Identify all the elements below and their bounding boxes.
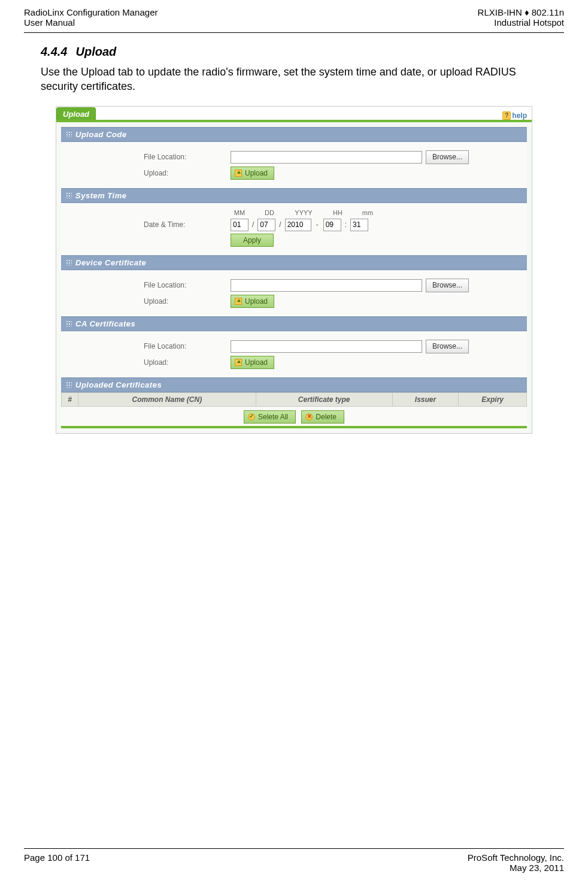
upload-screenshot: Upload ? help Upload Code File Location:… — [56, 106, 532, 434]
apply-button[interactable]: Apply — [231, 234, 274, 247]
cert-action-row: Selete All Delete — [61, 407, 527, 426]
upload-icon — [235, 298, 242, 305]
screenshot-body: Upload Code File Location: Browse... Upl… — [56, 122, 532, 433]
product-model: RLXIB-IHN ♦ 802.11n — [478, 7, 564, 17]
file-location-input[interactable] — [231, 279, 422, 292]
panel-body-ca-cert: File Location: Browse... Upload: Upload — [61, 331, 527, 377]
section-heading: 4.4.4Upload — [41, 45, 547, 59]
col-num: # — [62, 392, 78, 406]
label-file-location: File Location: — [66, 153, 231, 161]
upload-button-label: Upload — [245, 358, 268, 367]
browse-button[interactable]: Browse... — [426, 279, 469, 292]
row-file-location: File Location: Browse... — [66, 150, 522, 164]
col-yyyy: YYYY — [290, 209, 317, 216]
doc-title: RadioLinx Configuration Manager — [24, 7, 157, 17]
grip-icon — [66, 259, 72, 265]
delete-label: Delete — [316, 413, 337, 421]
delete-button[interactable]: Delete — [301, 410, 344, 424]
page-content: 4.4.4Upload Use the Upload tab to update… — [0, 45, 588, 434]
row-upload: Upload: Upload — [66, 167, 522, 180]
input-year[interactable] — [285, 219, 311, 231]
header-rule — [24, 32, 564, 33]
input-month[interactable] — [231, 219, 248, 231]
file-location-input[interactable] — [231, 340, 422, 353]
col-dd: DD — [260, 209, 278, 216]
label-datetime: Date & Time: — [66, 220, 231, 229]
label-file-location: File Location: — [66, 281, 231, 289]
grip-icon — [66, 131, 72, 137]
input-hour[interactable] — [323, 219, 341, 231]
browse-button[interactable]: Browse... — [426, 340, 469, 353]
page-header: RadioLinx Configuration Manager User Man… — [0, 0, 588, 31]
file-location-input[interactable] — [231, 151, 422, 164]
datetime-column-heads: MM DD YYYY HH mm — [231, 209, 522, 216]
upload-button[interactable]: Upload — [231, 356, 274, 369]
datetime-inputs: / / - : — [231, 219, 368, 231]
row-datetime: Date & Time: / / - : — [66, 219, 522, 231]
footer-rule — [24, 848, 564, 849]
footer-company: ProSoft Technology, Inc. — [468, 852, 564, 863]
header-left: RadioLinx Configuration Manager User Man… — [24, 7, 157, 28]
label-upload: Upload: — [66, 297, 231, 306]
upload-icon — [235, 170, 242, 177]
grip-icon — [66, 382, 72, 388]
row-file-location: File Location: Browse... — [66, 340, 522, 353]
panel-title: System Time — [75, 191, 126, 200]
upload-button-label: Upload — [245, 169, 268, 177]
col-mn: mm — [359, 209, 377, 216]
header-right: RLXIB-IHN ♦ 802.11n Industrial Hotspot — [478, 7, 564, 28]
label-upload: Upload: — [66, 169, 231, 177]
footer-row: Page 100 of 171 ProSoft Technology, Inc.… — [24, 852, 564, 873]
input-day[interactable] — [257, 219, 275, 231]
page-footer: Page 100 of 171 ProSoft Technology, Inc.… — [24, 848, 564, 873]
upload-button[interactable]: Upload — [231, 167, 274, 180]
col-type: Certificate type — [256, 392, 392, 406]
col-cn: Common Name (CN) — [78, 392, 256, 406]
grip-icon — [66, 320, 72, 326]
grip-icon — [66, 192, 72, 198]
footer-right: ProSoft Technology, Inc. May 23, 2011 — [468, 852, 564, 873]
help-label: help — [512, 111, 527, 120]
tab-upload[interactable]: Upload — [56, 107, 96, 120]
panel-title: Uploaded Certificates — [75, 380, 162, 389]
check-icon — [248, 413, 255, 421]
panel-header-system-time[interactable]: System Time — [61, 188, 527, 203]
row-upload: Upload: Upload — [66, 295, 522, 308]
col-issuer: Issuer — [392, 392, 459, 406]
section-title: Upload — [75, 45, 116, 58]
label-upload: Upload: — [66, 358, 231, 367]
footer-page: Page 100 of 171 — [24, 852, 90, 873]
col-mm: MM — [231, 209, 248, 216]
accent-bar-bottom — [61, 426, 527, 428]
uploaded-certs-table: # Common Name (CN) Certificate type Issu… — [61, 392, 527, 407]
panel-title: Device Certificate — [75, 258, 146, 267]
upload-icon — [235, 359, 242, 366]
section-paragraph: Use the Upload tab to update the radio's… — [41, 65, 547, 94]
product-desc: Industrial Hotspot — [478, 17, 564, 28]
panel-body-device-cert: File Location: Browse... Upload: Upload — [61, 270, 527, 316]
input-minute[interactable] — [350, 219, 368, 231]
screenshot-topbar: Upload ? help — [56, 107, 532, 120]
panel-header-device-cert[interactable]: Device Certificate — [61, 255, 527, 270]
help-link[interactable]: ? help — [502, 111, 527, 120]
upload-button[interactable]: Upload — [231, 295, 274, 308]
table-header-row: # Common Name (CN) Certificate type Issu… — [62, 392, 527, 406]
section-number: 4.4.4 — [41, 45, 67, 58]
panel-body-upload-code: File Location: Browse... Upload: Upload — [61, 142, 527, 188]
delete-icon — [305, 413, 313, 421]
panel-body-system-time: MM DD YYYY HH mm Date & Time: / / — [61, 203, 527, 255]
col-hh: HH — [329, 209, 347, 216]
panel-header-uploaded-certs[interactable]: Uploaded Certificates — [61, 377, 527, 392]
upload-button-label: Upload — [245, 297, 268, 306]
browse-button[interactable]: Browse... — [426, 150, 469, 164]
label-file-location: File Location: — [66, 342, 231, 350]
help-icon: ? — [502, 111, 511, 120]
panel-title: CA Certificates — [75, 319, 135, 328]
row-file-location: File Location: Browse... — [66, 279, 522, 292]
row-apply: Apply — [66, 234, 522, 247]
panel-header-ca-cert[interactable]: CA Certificates — [61, 316, 527, 331]
panel-header-upload-code[interactable]: Upload Code — [61, 127, 527, 142]
select-all-label: Selete All — [258, 413, 288, 421]
select-all-button[interactable]: Selete All — [244, 410, 296, 424]
row-upload: Upload: Upload — [66, 356, 522, 369]
